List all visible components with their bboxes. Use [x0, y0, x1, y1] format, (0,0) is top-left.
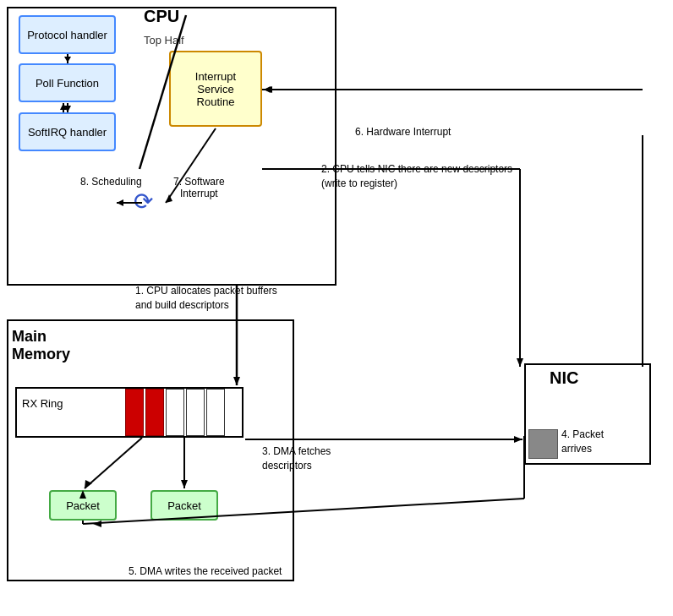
- rx-block-4: [186, 389, 205, 436]
- cpu-title: CPU: [144, 7, 179, 26]
- nic-title: NIC: [550, 368, 578, 388]
- packet-arrives-indicator: [528, 429, 558, 459]
- packet-1-label: Packet: [66, 499, 100, 512]
- softirq-handler-label: SoftIRQ handler: [28, 126, 107, 139]
- packet-box-1: Packet: [49, 490, 117, 521]
- cpu-tells-nic-label: 2. CPU tells NIC there are new descripto…: [321, 162, 512, 191]
- svg-marker-18: [517, 358, 523, 367]
- hardware-interrupt-label: 6. Hardware Interrupt: [355, 125, 451, 139]
- dma-fetches-label: 3. DMA fetchesdescriptors: [262, 444, 331, 473]
- packet-box-2: Packet: [150, 490, 218, 521]
- rx-block-5: [206, 389, 225, 436]
- svg-marker-22: [514, 436, 523, 443]
- rx-block-1: [125, 389, 144, 436]
- protocol-handler-box: Protocol handler: [19, 15, 116, 54]
- scheduling-label: 8. Scheduling: [80, 176, 142, 188]
- cycle-icon: ⟳: [134, 188, 153, 215]
- dma-writes-label: 5. DMA writes the received packet: [129, 564, 282, 579]
- isr-label: InterruptServiceRoutine: [195, 70, 236, 108]
- poll-function-label: Poll Function: [36, 77, 99, 90]
- cpu-allocates-label: 1. CPU allocates packet buffersand build…: [135, 284, 277, 313]
- sw-interrupt-label: 7. SoftwareInterrupt: [173, 176, 225, 199]
- main-memory-title: MainMemory: [12, 328, 70, 363]
- poll-function-box: Poll Function: [19, 63, 116, 102]
- rx-block-2: [145, 389, 164, 436]
- rx-ring-label: RX Ring: [22, 397, 63, 410]
- packet-arrives-label: 4. Packetarrives: [561, 428, 604, 456]
- rx-block-3: [166, 389, 184, 436]
- diagram: CPU Top Half InterruptServiceRoutine Pro…: [0, 0, 673, 616]
- softirq-handler-box: SoftIRQ handler: [19, 112, 116, 151]
- top-half-label: Top Half: [144, 34, 184, 46]
- isr-box: InterruptServiceRoutine: [169, 51, 262, 127]
- packet-2-label: Packet: [167, 499, 201, 512]
- protocol-handler-label: Protocol handler: [27, 29, 107, 41]
